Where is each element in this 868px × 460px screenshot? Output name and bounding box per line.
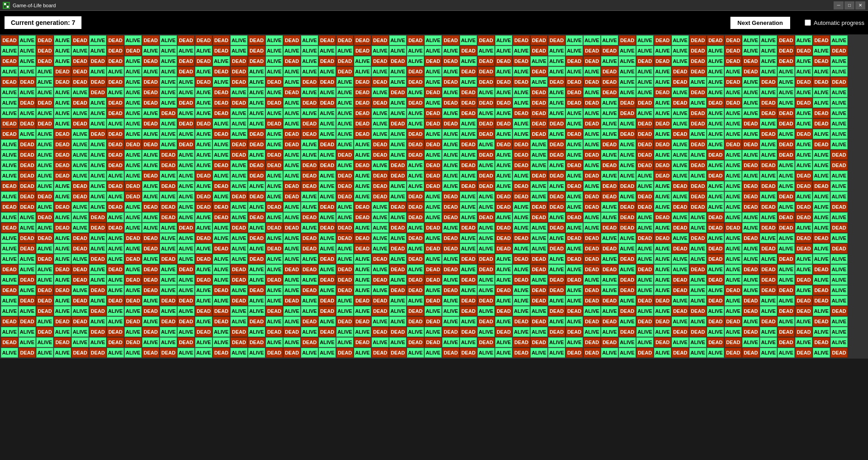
cell-15-29[interactable]: DEAD (513, 192, 530, 201)
cell-14-15[interactable]: ALIVE (266, 181, 283, 191)
cell-22-2[interactable]: ALIVE (36, 264, 53, 274)
cell-25-10[interactable]: DEAD (177, 296, 195, 306)
cell-16-33[interactable]: DEAD (583, 202, 601, 212)
cell-2-7[interactable]: ALIVE (124, 56, 142, 66)
cell-19-12[interactable]: ALIVE (213, 233, 230, 243)
cell-24-13[interactable]: ALIVE (230, 285, 248, 295)
cell-6-29[interactable]: ALIVE (513, 98, 530, 108)
cell-24-14[interactable]: DEAD (248, 285, 265, 295)
cell-30-34[interactable]: ALIVE (601, 348, 618, 358)
cell-9-47[interactable]: ALIVE (830, 129, 848, 139)
cell-18-40[interactable]: DEAD (707, 223, 724, 233)
cell-10-13[interactable]: DEAD (230, 139, 248, 149)
cell-16-6[interactable]: DEAD (107, 202, 124, 212)
cell-23-46[interactable]: ALIVE (813, 275, 830, 285)
cell-5-8[interactable]: DEAD (142, 87, 159, 97)
cell-1-10[interactable]: ALIVE (177, 46, 195, 56)
cell-1-4[interactable]: ALIVE (72, 46, 89, 56)
cell-23-5[interactable]: ALIVE (89, 275, 106, 285)
cell-29-4[interactable]: ALIVE (72, 337, 89, 347)
cell-30-11[interactable]: ALIVE (195, 348, 212, 358)
cell-1-29[interactable]: ALIVE (513, 46, 530, 56)
cell-19-47[interactable]: ALIVE (830, 233, 848, 243)
cell-16-14[interactable]: ALIVE (248, 202, 265, 212)
cell-7-41[interactable]: ALIVE (725, 108, 742, 118)
cell-9-10[interactable]: ALIVE (177, 129, 195, 139)
cell-3-1[interactable]: ALIVE (19, 67, 36, 77)
cell-14-3[interactable]: ALIVE (54, 181, 71, 191)
cell-4-40[interactable]: ALIVE (707, 77, 724, 87)
cell-23-19[interactable]: DEAD (336, 275, 353, 285)
cell-8-4[interactable]: DEAD (72, 119, 89, 129)
cell-25-3[interactable]: ALIVE (54, 296, 71, 306)
cell-5-22[interactable]: DEAD (389, 87, 406, 97)
cell-30-10[interactable]: ALIVE (177, 348, 195, 358)
cell-23-30[interactable]: ALIVE (530, 275, 548, 285)
cell-29-12[interactable]: ALIVE (213, 337, 230, 347)
cell-23-10[interactable]: ALIVE (177, 275, 195, 285)
cell-3-27[interactable]: DEAD (477, 67, 495, 77)
cell-26-47[interactable]: DEAD (830, 306, 848, 316)
cell-8-19[interactable]: ALIVE (336, 119, 353, 129)
cell-6-31[interactable]: ALIVE (548, 98, 565, 108)
cell-19-16[interactable]: ALIVE (283, 233, 300, 243)
cell-5-38[interactable]: ALIVE (672, 87, 689, 97)
cell-9-23[interactable]: DEAD (407, 129, 424, 139)
cell-22-42[interactable]: DEAD (742, 264, 759, 274)
cell-16-12[interactable]: DEAD (213, 202, 230, 212)
cell-12-8[interactable]: ALIVE (142, 160, 159, 170)
cell-2-37[interactable]: DEAD (654, 56, 671, 66)
cell-29-22[interactable]: ALIVE (389, 337, 406, 347)
cell-16-13[interactable]: ALIVE (230, 202, 248, 212)
cell-21-25[interactable]: ALIVE (442, 254, 459, 264)
cell-12-13[interactable]: ALIVE (230, 160, 248, 170)
cell-6-28[interactable]: DEAD (495, 98, 512, 108)
cell-30-45[interactable]: DEAD (795, 348, 812, 358)
cell-8-29[interactable]: ALIVE (513, 119, 530, 129)
cell-22-4[interactable]: DEAD (72, 264, 89, 274)
minimize-button[interactable]: ─ (834, 1, 844, 10)
cell-30-9[interactable]: DEAD (160, 348, 177, 358)
cell-4-26[interactable]: ALIVE (460, 77, 477, 87)
cell-15-41[interactable]: ALIVE (725, 192, 742, 201)
cell-1-27[interactable]: ALIVE (477, 46, 495, 56)
cell-16-24[interactable]: ALIVE (424, 202, 442, 212)
cell-9-44[interactable]: ALIVE (777, 129, 795, 139)
cell-17-30[interactable]: DEAD (530, 212, 548, 222)
cell-3-2[interactable]: ALIVE (36, 67, 53, 77)
cell-20-43[interactable]: DEAD (760, 244, 777, 254)
cell-18-11[interactable]: ALIVE (195, 223, 212, 233)
cell-20-32[interactable]: ALIVE (566, 244, 583, 254)
cell-26-1[interactable]: ALIVE (19, 306, 36, 316)
cell-28-0[interactable]: ALIVE (1, 327, 18, 337)
cell-7-40[interactable]: ALIVE (707, 108, 724, 118)
cell-20-15[interactable]: DEAD (266, 244, 283, 254)
cell-0-24[interactable]: ALIVE (424, 35, 442, 45)
cell-13-25[interactable]: ALIVE (442, 171, 459, 181)
cell-12-3[interactable]: DEAD (54, 160, 71, 170)
cell-9-45[interactable]: DEAD (795, 129, 812, 139)
cell-6-40[interactable]: DEAD (707, 98, 724, 108)
cell-3-17[interactable]: ALIVE (301, 67, 318, 77)
cell-13-18[interactable]: ALIVE (319, 171, 336, 181)
cell-19-23[interactable]: DEAD (407, 233, 424, 243)
cell-16-35[interactable]: DEAD (619, 202, 636, 212)
cell-3-38[interactable]: DEAD (672, 67, 689, 77)
cell-18-27[interactable]: ALIVE (477, 223, 495, 233)
cell-20-14[interactable]: ALIVE (248, 244, 265, 254)
cell-20-9[interactable]: ALIVE (160, 244, 177, 254)
cell-29-17[interactable]: DEAD (301, 337, 318, 347)
cell-20-36[interactable]: ALIVE (636, 244, 653, 254)
cell-24-29[interactable]: ALIVE (513, 285, 530, 295)
cell-25-16[interactable]: DEAD (283, 296, 300, 306)
cell-10-24[interactable]: DEAD (424, 139, 442, 149)
cell-17-34[interactable]: ALIVE (601, 212, 618, 222)
cell-14-7[interactable]: DEAD (124, 181, 142, 191)
cell-19-42[interactable]: DEAD (742, 233, 759, 243)
cell-20-25[interactable]: DEAD (442, 244, 459, 254)
cell-6-42[interactable]: ALIVE (742, 98, 759, 108)
cell-12-28[interactable]: ALIVE (495, 160, 512, 170)
cell-4-14[interactable]: ALIVE (248, 77, 265, 87)
cell-8-34[interactable]: ALIVE (601, 119, 618, 129)
cell-0-7[interactable]: ALIVE (124, 35, 142, 45)
